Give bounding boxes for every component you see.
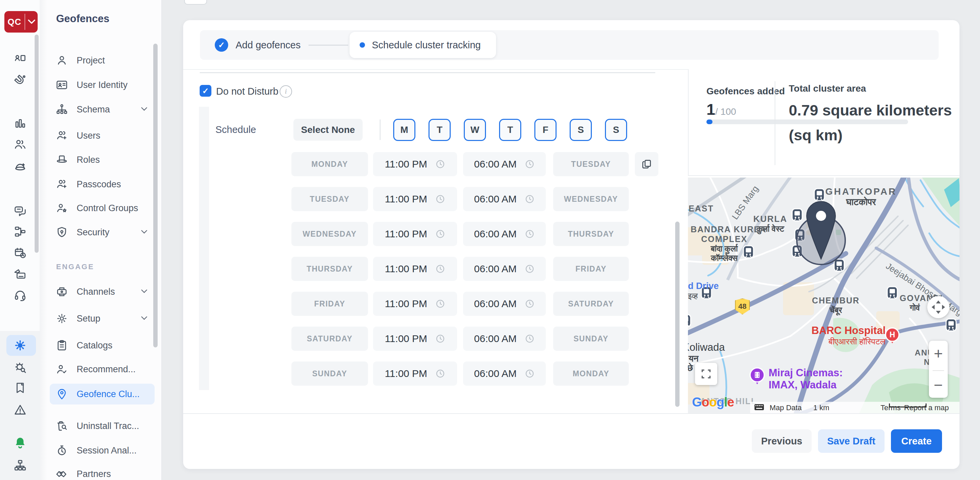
end-time-cell[interactable]: 06:00 AM — [463, 326, 546, 351]
gear-icon — [54, 311, 69, 326]
day-chip-thursday[interactable]: T — [499, 119, 521, 141]
map-data-label[interactable]: Map Data — [770, 404, 802, 412]
notifications-bell-icon[interactable] — [13, 436, 27, 450]
sidebar-scrollbar[interactable] — [153, 44, 158, 347]
partially-scrolled-button[interactable] — [184, 0, 207, 5]
zoom-out-button[interactable]: − — [934, 376, 943, 394]
start-time-cell[interactable]: 11:00 PM — [373, 292, 457, 316]
sidebar-item-project[interactable]: Project — [47, 50, 158, 70]
sidebar-item-setup[interactable]: Setup — [47, 309, 158, 329]
settings-gear-icon[interactable] — [13, 338, 27, 353]
report-map-error-link[interactable]: Report a map error — [904, 404, 959, 413]
map-canvas[interactable]: H GHATKOPARघाटकोपर LBS Marg EAST KURLAकु… — [688, 177, 959, 413]
zoom-in-button[interactable]: + — [934, 344, 943, 363]
sidebar-item-partners[interactable]: Partners — [47, 464, 158, 480]
day-chip-tuesday[interactable]: T — [428, 119, 451, 141]
user-check-icon — [54, 362, 69, 377]
schedule-top-rule — [200, 72, 655, 73]
stopwatch-icon — [54, 443, 69, 458]
day-chip-monday[interactable]: M — [393, 119, 415, 141]
end-time-cell[interactable]: 06:00 AM — [463, 152, 546, 176]
calendar-clock-icon[interactable] — [13, 246, 27, 260]
day-chip-friday[interactable]: F — [535, 119, 557, 141]
next-day-cell: SATURDAY — [553, 292, 629, 316]
magnet-icon[interactable] — [13, 73, 27, 88]
sidebar-item-passcodes[interactable]: Passcodes — [47, 174, 158, 194]
select-none-button[interactable]: Select None — [293, 119, 363, 141]
sidebar-item-recommend[interactable]: Recommend... — [47, 359, 158, 379]
end-time-cell[interactable]: 06:00 AM — [463, 292, 546, 316]
user-star-icon — [54, 201, 69, 215]
start-time-cell[interactable]: 11:00 PM — [373, 361, 457, 386]
create-button[interactable]: Create — [891, 429, 942, 453]
sidebar-item-control-groups[interactable]: Control Groups — [47, 198, 158, 218]
previous-button[interactable]: Previous — [752, 429, 811, 453]
step-add-geofences[interactable]: Add geofences — [235, 40, 301, 51]
send-message-icon[interactable] — [13, 267, 27, 282]
day-cell: SATURDAY — [291, 326, 368, 351]
keyboard-icon[interactable] — [754, 404, 764, 412]
sidebar-item-uninstall-tracking[interactable]: Uninstall Trac... — [47, 416, 158, 436]
info-icon[interactable]: i — [280, 85, 292, 98]
day-chip-sunday[interactable]: S — [605, 119, 627, 141]
next-day-cell: SUNDAY — [553, 326, 629, 351]
do-not-disturb-checkbox[interactable]: ✓ — [200, 85, 212, 97]
app-logo[interactable]: QC — [4, 11, 38, 33]
sidebar-item-users[interactable]: Users — [47, 125, 158, 146]
map-zoom-control[interactable]: + − — [929, 341, 948, 398]
sidebar-item-catalogs[interactable]: Catalogs — [47, 335, 158, 355]
bookmark-icon[interactable] — [13, 381, 27, 395]
chevron-down-icon[interactable] — [140, 314, 148, 323]
sidebar-item-security[interactable]: Security — [47, 222, 158, 242]
schedule-scrollbar[interactable] — [675, 222, 679, 407]
sidebar-item-session-analytics[interactable]: Session Anal... — [47, 440, 158, 461]
debug-search-icon[interactable] — [13, 360, 27, 375]
map-scale-label: 1 km — [813, 404, 829, 412]
google-logo[interactable]: Google — [692, 395, 734, 410]
step-done-check-icon[interactable]: ✓ — [215, 38, 228, 52]
schedule-scroll-track — [199, 107, 209, 390]
chevron-down-icon[interactable] — [140, 105, 148, 114]
dome-sparkle-icon[interactable] — [13, 160, 27, 174]
day-chip-wednesday[interactable]: W — [464, 119, 486, 141]
persona-board-icon[interactable] — [13, 52, 27, 67]
map-label-koliwada: Koliwada — [688, 341, 725, 353]
person-icon — [54, 53, 69, 68]
chevron-down-icon[interactable] — [140, 287, 148, 297]
sidebar-item-geofence-cluster[interactable]: Geofence Clu... — [47, 384, 158, 404]
start-time-cell[interactable]: 11:00 PM — [373, 222, 457, 246]
bar-chart-icon[interactable] — [13, 116, 27, 131]
clock-icon — [525, 334, 535, 344]
sidebar-item-roles[interactable]: Roles — [47, 150, 158, 170]
start-time-cell[interactable]: 11:00 PM — [373, 257, 457, 281]
start-time-cell[interactable]: 11:00 PM — [373, 187, 457, 211]
terms-link[interactable]: Terms — [881, 404, 901, 412]
start-time-cell[interactable]: 11:00 PM — [373, 326, 457, 351]
start-time-cell[interactable]: 11:00 PM — [373, 152, 457, 176]
chat-icon[interactable] — [13, 204, 27, 219]
rail-scrollbar[interactable] — [35, 35, 39, 253]
save-draft-button[interactable]: Save Draft — [818, 429, 885, 453]
end-time-cell[interactable]: 06:00 AM — [463, 222, 546, 246]
end-time-cell[interactable]: 06:00 AM — [463, 187, 546, 211]
users-icon[interactable] — [13, 137, 27, 152]
sidebar-item-channels[interactable]: Channels — [47, 282, 158, 302]
sidebar-item-schema[interactable]: Schema — [47, 99, 158, 119]
org-chart-icon[interactable] — [13, 458, 27, 473]
chevron-down-icon[interactable] — [140, 227, 148, 237]
map-fullscreen-button[interactable] — [695, 363, 717, 385]
step-schedule-cluster-tracking[interactable]: Schedule cluster tracking — [350, 32, 496, 58]
stepper: ✓ Add geofences Schedule cluster trackin… — [200, 30, 939, 60]
logo-chevron-down-icon[interactable] — [25, 11, 38, 33]
sidebar-item-user-identity[interactable]: User Identity — [47, 75, 158, 95]
end-time-cell[interactable]: 06:00 AM — [463, 361, 546, 386]
headset-icon[interactable] — [13, 288, 27, 303]
copy-schedule-button[interactable] — [635, 152, 659, 176]
warning-icon[interactable] — [13, 402, 27, 417]
day-cell: FRIDAY — [291, 292, 368, 316]
journey-flow-icon[interactable] — [13, 224, 27, 239]
day-chip-saturday[interactable]: S — [570, 119, 592, 141]
day-cell: MONDAY — [291, 152, 368, 176]
end-time-cell[interactable]: 06:00 AM — [463, 257, 546, 281]
map-pan-control[interactable] — [927, 296, 950, 318]
